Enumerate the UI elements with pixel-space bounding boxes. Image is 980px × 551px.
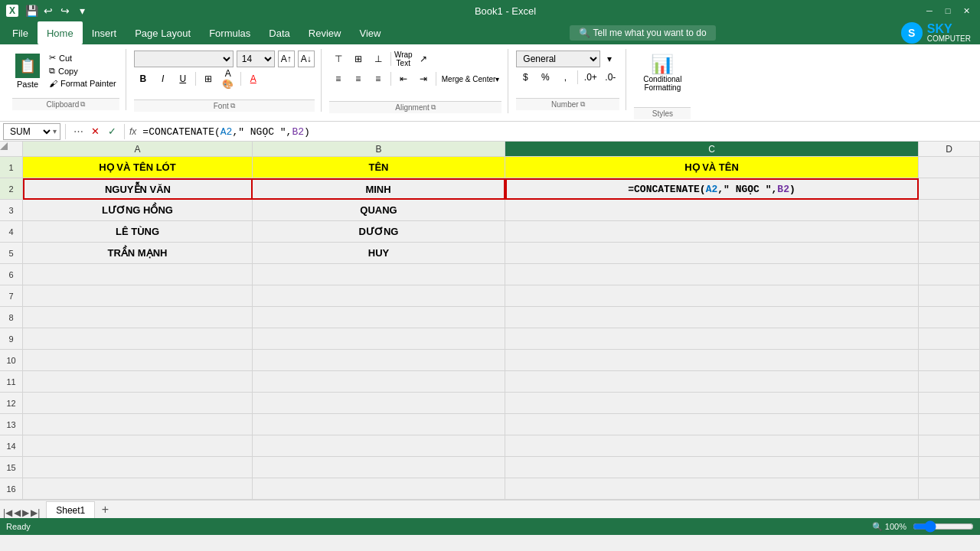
- cell-c10[interactable]: [505, 350, 919, 371]
- row-header-5[interactable]: 5: [0, 243, 23, 264]
- cell-b3[interactable]: QUANG: [253, 200, 505, 221]
- cell-d3[interactable]: [919, 200, 980, 221]
- cell-c8[interactable]: [505, 307, 919, 328]
- decrease-indent-button[interactable]: ⇤: [394, 70, 413, 87]
- cell-b8[interactable]: [253, 307, 505, 328]
- conditional-formatting-button[interactable]: 📊 ConditionalFormatting: [640, 51, 684, 95]
- cell-b6[interactable]: [253, 264, 505, 285]
- formula-dots-button[interactable]: ⋯: [70, 124, 86, 139]
- font-expand-icon[interactable]: ⧉: [230, 102, 235, 110]
- number-format-select[interactable]: General: [516, 51, 600, 67]
- increase-indent-button[interactable]: ⇥: [414, 70, 433, 87]
- cell-c12[interactable]: [505, 393, 919, 414]
- align-center-button[interactable]: ≡: [349, 70, 368, 87]
- cell-a3[interactable]: LƯƠNG HỒNG: [23, 200, 253, 221]
- cell-b7[interactable]: [253, 285, 505, 307]
- cell-c15[interactable]: [505, 457, 919, 478]
- col-header-a[interactable]: A: [23, 142, 253, 157]
- row-header-10[interactable]: 10: [0, 350, 23, 371]
- font-color-button[interactable]: A: [244, 70, 263, 87]
- row-header-3[interactable]: 3: [0, 200, 23, 221]
- align-middle-button[interactable]: ⊞: [349, 51, 368, 67]
- cell-d5[interactable]: [919, 243, 980, 264]
- wrap-text-button[interactable]: Wrap Text: [394, 51, 413, 67]
- align-top-button[interactable]: ⊤: [329, 51, 348, 67]
- row-header-14[interactable]: 14: [0, 435, 23, 457]
- cell-a4[interactable]: LÊ TÙNG: [23, 221, 253, 243]
- col-header-c[interactable]: C: [505, 142, 919, 157]
- cell-a9[interactable]: [23, 328, 253, 350]
- cell-c16[interactable]: [505, 478, 919, 500]
- cell-a16[interactable]: [23, 478, 253, 500]
- clipboard-expand-icon[interactable]: ⧉: [80, 100, 85, 109]
- corner-cell[interactable]: [0, 142, 23, 157]
- paste-button[interactable]: 📋 Paste: [12, 51, 43, 92]
- menu-home[interactable]: Home: [38, 21, 83, 44]
- cell-c6[interactable]: [505, 264, 919, 285]
- underline-button[interactable]: U: [174, 70, 192, 87]
- cell-b14[interactable]: [253, 435, 505, 457]
- italic-button[interactable]: I: [154, 70, 172, 87]
- cell-c13[interactable]: [505, 414, 919, 435]
- col-header-b[interactable]: B: [253, 142, 505, 157]
- redo-icon[interactable]: ↪: [58, 4, 72, 18]
- cell-b4[interactable]: DƯƠNG: [253, 221, 505, 243]
- cell-d15[interactable]: [919, 457, 980, 478]
- menu-page-layout[interactable]: Page Layout: [126, 21, 200, 44]
- row-header-2[interactable]: 2: [0, 178, 23, 200]
- cell-d10[interactable]: [919, 350, 980, 371]
- cell-d7[interactable]: [919, 285, 980, 307]
- cell-a6[interactable]: [23, 264, 253, 285]
- cell-c2[interactable]: =CONCATENATE(A2," NGỌC ",B2): [505, 178, 919, 200]
- cell-c1[interactable]: HỌ VÀ TÊN: [505, 157, 919, 178]
- decrease-decimal-button[interactable]: .0-: [601, 69, 619, 86]
- align-bottom-button[interactable]: ⊥: [369, 51, 387, 67]
- merge-center-button[interactable]: Merge & Center▾: [439, 70, 502, 87]
- cell-a8[interactable]: [23, 307, 253, 328]
- zoom-controls[interactable]: 🔍 100%: [872, 522, 906, 532]
- cell-d9[interactable]: [919, 328, 980, 350]
- row-header-1[interactable]: 1: [0, 157, 23, 178]
- cell-a15[interactable]: [23, 457, 253, 478]
- fill-color-button[interactable]: A🎨: [219, 70, 237, 87]
- name-box-select[interactable]: SUM: [7, 126, 53, 138]
- cell-a2[interactable]: NGUYỄN VĂN: [23, 178, 253, 200]
- sheet-nav-last[interactable]: ▶|: [31, 507, 40, 518]
- row-header-15[interactable]: 15: [0, 457, 23, 478]
- cell-a12[interactable]: [23, 393, 253, 414]
- menu-view[interactable]: View: [350, 21, 390, 44]
- cell-a13[interactable]: [23, 414, 253, 435]
- cell-a14[interactable]: [23, 435, 253, 457]
- cell-b10[interactable]: [253, 350, 505, 371]
- menu-insert[interactable]: Insert: [83, 21, 126, 44]
- cell-b11[interactable]: [253, 371, 505, 393]
- bold-button[interactable]: B: [134, 70, 152, 87]
- orientation-button[interactable]: ↗: [414, 51, 433, 67]
- cell-b2[interactable]: MINH: [253, 178, 505, 200]
- cell-a5[interactable]: TRẦN MẠNH: [23, 243, 253, 264]
- cell-c9[interactable]: [505, 328, 919, 350]
- cell-a11[interactable]: [23, 371, 253, 393]
- cell-c11[interactable]: [505, 371, 919, 393]
- sheet-tab-1[interactable]: Sheet1: [46, 501, 95, 518]
- cell-d12[interactable]: [919, 393, 980, 414]
- cell-b13[interactable]: [253, 414, 505, 435]
- row-header-13[interactable]: 13: [0, 414, 23, 435]
- close-button[interactable]: ✕: [959, 3, 974, 18]
- cell-d1[interactable]: [919, 157, 980, 178]
- cell-b5[interactable]: HUY: [253, 243, 505, 264]
- row-header-4[interactable]: 4: [0, 221, 23, 243]
- cell-d8[interactable]: [919, 307, 980, 328]
- percent-button[interactable]: %: [536, 69, 554, 86]
- cell-b16[interactable]: [253, 478, 505, 500]
- cell-d16[interactable]: [919, 478, 980, 500]
- cell-c14[interactable]: [505, 435, 919, 457]
- cell-b12[interactable]: [253, 393, 505, 414]
- menu-file[interactable]: File: [3, 21, 38, 44]
- zoom-slider[interactable]: [913, 520, 974, 533]
- cell-d4[interactable]: [919, 221, 980, 243]
- row-header-7[interactable]: 7: [0, 285, 23, 307]
- format-painter-button[interactable]: 🖌 Format Painter: [46, 78, 119, 89]
- save-icon[interactable]: 💾: [24, 4, 38, 18]
- tell-me-input[interactable]: 🔍 Tell me what you want to do: [570, 25, 716, 41]
